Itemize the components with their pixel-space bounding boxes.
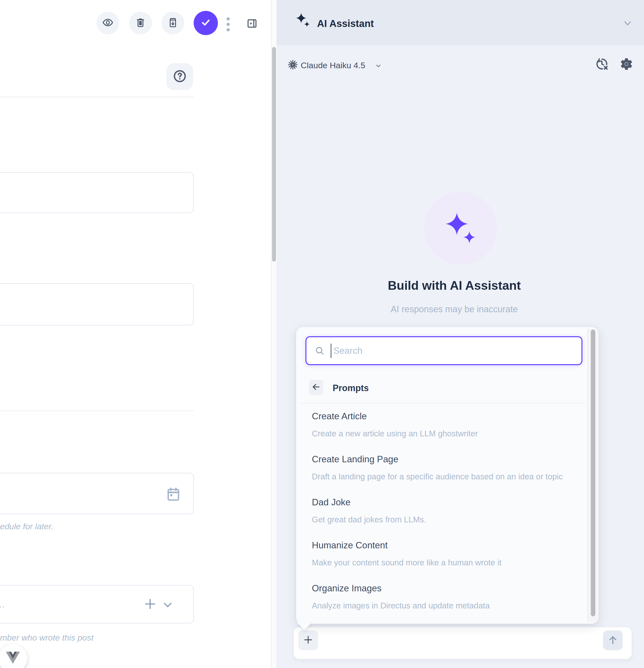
prompt-title: Organize Images [312, 583, 570, 594]
gear-icon [619, 68, 634, 72]
search-icon [315, 346, 325, 356]
publish-date-field[interactable] [0, 473, 194, 514]
author-hint: mber who wrote this post [0, 633, 93, 642]
prompt-description: Get great dad jokes from LLMs. [312, 514, 570, 526]
preview-button[interactable] [96, 12, 119, 34]
arrow-left-icon [311, 382, 321, 393]
plus-icon[interactable] [143, 596, 158, 612]
app-scrollbar-thumb[interactable] [272, 47, 276, 261]
chevron-down-icon[interactable] [622, 18, 633, 29]
calendar-icon[interactable] [165, 486, 181, 502]
check-icon [200, 17, 211, 29]
text-field-1[interactable] [0, 172, 194, 213]
arrow-up-icon [607, 634, 618, 647]
ai-assistant-header[interactable]: AI Assistant [276, 0, 644, 45]
hero-title: Build with AI Assistant [276, 278, 632, 293]
prompt-description: Draft a landing page for a specific audi… [312, 470, 570, 483]
prompt-list: Create Article Create a new article usin… [296, 403, 587, 623]
archive-button[interactable] [162, 12, 184, 34]
prompt-title: Create Landing Page [312, 454, 570, 465]
back-button[interactable] [309, 380, 323, 395]
text-caret [331, 344, 331, 358]
plus-icon [303, 634, 314, 646]
archive-icon [167, 17, 179, 29]
more-options-button[interactable] [226, 17, 230, 31]
editor-pane: edule for later. .. mber who wrote this … [0, 0, 271, 668]
prompt-description: Make your content sound more like a huma… [312, 557, 570, 569]
text-field-2[interactable] [0, 283, 194, 325]
prompt-list-item[interactable]: Humanize Content Make your content sound… [296, 532, 587, 575]
trash-icon [135, 17, 146, 29]
ai-assistant-panel: AI Assistant Claude Haiku 4.5 Build with… [276, 0, 644, 668]
ai-sparkle-icon [296, 12, 310, 28]
history-clear-icon [595, 68, 609, 72]
popup-scrollbar-thumb[interactable] [591, 330, 595, 616]
chevron-down-icon[interactable] [161, 598, 174, 611]
prompt-list-item[interactable]: Create Landing Page Draft a landing page… [296, 446, 587, 489]
prompt-title: Create Article [312, 411, 570, 422]
send-button[interactable] [603, 631, 623, 650]
panel-title: AI Assistant [317, 18, 374, 29]
prompt-list-item[interactable]: Organize Images Analyze images in Direct… [296, 575, 587, 618]
prompt-description: Create a new article using an LLM ghostw… [312, 427, 570, 440]
section-divider [0, 410, 194, 411]
prompt-description: Analyze images in Directus and update me… [312, 599, 570, 612]
clear-history-button[interactable] [595, 57, 609, 71]
attach-button[interactable] [298, 631, 318, 650]
help-button[interactable] [166, 63, 193, 90]
prompt-list-item[interactable]: Dad Joke Get great dad jokes from LLMs. [296, 489, 587, 532]
hero-subtitle: AI responses may be inaccurate [276, 304, 632, 315]
prompt-list-item[interactable]: Create Article Create a new article usin… [296, 403, 587, 446]
save-button[interactable] [194, 11, 218, 35]
eye-icon [102, 17, 114, 29]
author-placeholder-fragment: .. [0, 599, 5, 610]
prompt-search[interactable] [305, 336, 582, 365]
ai-sparkle-icon [446, 212, 476, 244]
model-name: Claude Haiku 4.5 [301, 61, 365, 70]
dots-vertical-icon [226, 17, 230, 20]
vue-devtools-badge[interactable] [0, 644, 27, 668]
settings-button[interactable] [619, 57, 634, 71]
vue-logo-icon [6, 652, 20, 668]
panel-toggle-icon [246, 26, 258, 30]
help-circle-icon [172, 69, 188, 85]
delete-button[interactable] [129, 12, 152, 34]
prompt-title: Dad Joke [312, 497, 570, 507]
schedule-hint: edule for later. [0, 522, 54, 531]
prompts-popup: Prompts Create Article Create a new arti… [296, 327, 599, 624]
popup-scrollbar-track[interactable] [587, 329, 599, 622]
chevron-down-icon [375, 62, 382, 69]
hero-sparkle-circle [424, 192, 497, 265]
toggle-sidebar-button[interactable] [246, 18, 258, 29]
section-divider [0, 97, 194, 97]
starburst-icon [287, 59, 298, 70]
prompts-header-label: Prompts [333, 383, 369, 393]
search-input[interactable] [333, 346, 581, 356]
chat-composer[interactable] [293, 627, 632, 659]
prompt-title: Humanize Content [312, 540, 570, 550]
